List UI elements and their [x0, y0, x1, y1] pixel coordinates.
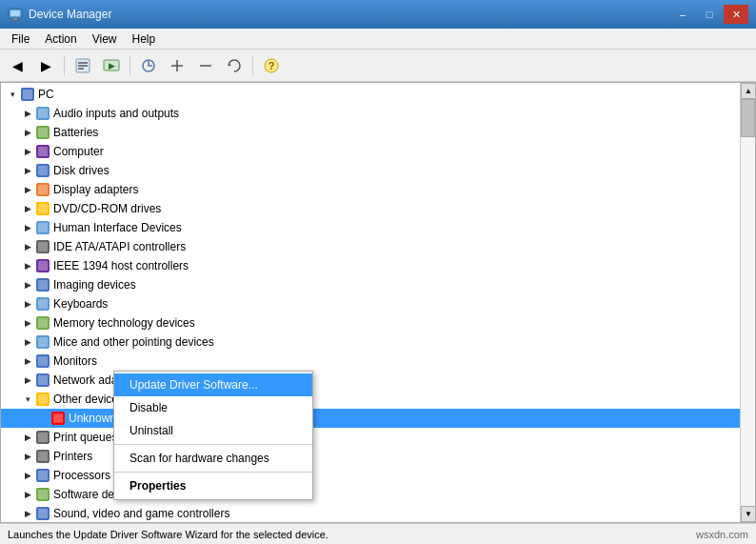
tree-item-batteries[interactable]: ▶Batteries [1, 123, 740, 142]
properties-icon [74, 57, 91, 74]
tree-item-unknown[interactable]: Unknown [1, 409, 740, 428]
context-menu-item-disable[interactable]: Disable [114, 396, 312, 419]
expander-pc[interactable]: ▾ [5, 87, 20, 102]
expander-imaging[interactable]: ▶ [20, 277, 35, 292]
icon-displayadapters [35, 182, 50, 197]
label-ide: IDE ATA/ATAPI controllers [53, 240, 186, 253]
expand-icon [169, 57, 186, 74]
icon-audio [35, 106, 50, 121]
icon-computer [35, 144, 50, 159]
title-bar: Device Manager – □ ✕ [0, 0, 756, 29]
expander-soundvideo[interactable]: ▶ [20, 506, 35, 521]
scroll-down-btn[interactable]: ▼ [741, 506, 756, 522]
tree-item-printqueues[interactable]: ▶Print queues [1, 428, 740, 447]
tree-item-ide[interactable]: ▶IDE ATA/ATAPI controllers [1, 237, 740, 256]
expander-hid[interactable]: ▶ [20, 220, 35, 235]
toolbar-sep-2 [129, 56, 130, 75]
tree-item-ieee[interactable]: ▶IEEE 1394 host controllers [1, 256, 740, 275]
tree-item-printers[interactable]: ▶Printers [1, 447, 740, 466]
toolbar-expand[interactable] [164, 53, 190, 78]
scroll-thumb[interactable] [741, 99, 755, 137]
toolbar-forward[interactable]: ▶ [32, 53, 59, 78]
tree-item-imaging[interactable]: ▶Imaging devices [1, 275, 740, 294]
tree-item-processors[interactable]: ▶Processors [1, 466, 740, 485]
tree-item-computer[interactable]: ▶Computer [1, 142, 740, 161]
maximize-button[interactable]: □ [697, 5, 722, 24]
expander-monitors[interactable]: ▶ [20, 353, 35, 369]
label-soundvideo: Sound, video and game controllers [53, 507, 229, 520]
toolbar-help[interactable]: ? [258, 53, 285, 78]
svg-rect-48 [38, 375, 48, 385]
expander-memory[interactable]: ▶ [20, 315, 35, 331]
tree-item-displayadapters[interactable]: ▶Display adapters [1, 180, 740, 199]
svg-rect-54 [38, 433, 48, 442]
scroll-track [741, 99, 755, 506]
context-menu-sep [114, 472, 312, 473]
expander-batteries[interactable]: ▶ [20, 125, 35, 140]
expander-diskdrives[interactable]: ▶ [20, 163, 35, 178]
tree-item-software[interactable]: ▶Software devices [1, 485, 740, 504]
expander-displayadapters[interactable]: ▶ [20, 182, 35, 197]
context-menu-item-update[interactable]: Update Driver Software... [114, 373, 312, 396]
icon-keyboards [35, 296, 50, 312]
tree-item-network[interactable]: ▶Network adapters [1, 371, 740, 390]
expander-software[interactable]: ▶ [20, 487, 35, 502]
tree-item-other[interactable]: ▾Other devices [1, 390, 740, 409]
expander-printqueues[interactable]: ▶ [20, 430, 35, 445]
tree-item-mice[interactable]: ▶Mice and other pointing devices [1, 332, 740, 352]
label-dvd: DVD/CD-ROM drives [53, 202, 161, 215]
expander-other[interactable]: ▾ [20, 392, 35, 407]
svg-rect-20 [38, 109, 48, 118]
expander-ieee[interactable]: ▶ [20, 258, 35, 273]
toolbar-back[interactable]: ◀ [4, 53, 30, 78]
expander-audio[interactable]: ▶ [20, 106, 35, 121]
expander-network[interactable]: ▶ [20, 373, 35, 388]
svg-rect-62 [38, 509, 48, 518]
tree-item-memory[interactable]: ▶Memory technology devices [1, 313, 740, 332]
icon-ide [35, 239, 50, 254]
tree-item-hid[interactable]: ▶Human Interface Devices [1, 218, 740, 237]
close-button[interactable]: ✕ [724, 5, 748, 24]
icon-pc [20, 87, 35, 102]
svg-rect-46 [38, 356, 48, 366]
menu-file[interactable]: File [4, 30, 37, 48]
toolbar-collapse[interactable] [192, 53, 219, 78]
menu-help[interactable]: Help [125, 30, 164, 48]
tree-item-keyboards[interactable]: ▶Keyboards [1, 294, 740, 313]
icon-batteries [35, 125, 50, 140]
tree-item-soundvideo[interactable]: ▶Sound, video and game controllers [1, 504, 740, 522]
label-diskdrives: Disk drives [53, 164, 109, 177]
expander-processors[interactable]: ▶ [20, 468, 35, 483]
context-menu-item-uninstall[interactable]: Uninstall [114, 419, 312, 442]
device-tree[interactable]: ▾PC▶Audio inputs and outputs▶Batteries▶C… [1, 83, 740, 522]
icon-dvd [35, 201, 50, 216]
window-title: Device Manager [29, 8, 111, 21]
expander-unknown[interactable] [35, 411, 50, 426]
help-icon: ? [263, 57, 280, 74]
scroll-up-btn[interactable]: ▲ [741, 83, 756, 99]
expander-mice[interactable]: ▶ [20, 334, 35, 350]
tree-item-dvd[interactable]: ▶DVD/CD-ROM drives [1, 199, 740, 218]
context-menu-item-properties[interactable]: Properties [114, 474, 312, 497]
toolbar-refresh[interactable] [221, 53, 248, 78]
tree-item-pc[interactable]: ▾PC [1, 85, 740, 104]
toolbar-properties[interactable] [70, 53, 96, 78]
menu-action[interactable]: Action [37, 30, 84, 48]
toolbar-update-driver[interactable]: ▶ [98, 53, 125, 78]
toolbar-scan[interactable] [135, 53, 162, 78]
tree-item-audio[interactable]: ▶Audio inputs and outputs [1, 104, 740, 123]
svg-text:?: ? [269, 60, 275, 71]
scrollbar[interactable]: ▲ ▼ [740, 83, 755, 522]
expander-ide[interactable]: ▶ [20, 239, 35, 254]
tree-item-monitors[interactable]: ▶Monitors [1, 352, 740, 371]
refresh-icon [226, 57, 243, 74]
expander-dvd[interactable]: ▶ [20, 201, 35, 216]
menu-view[interactable]: View [85, 30, 125, 48]
tree-item-diskdrives[interactable]: ▶Disk drives [1, 161, 740, 180]
expander-computer[interactable]: ▶ [20, 144, 35, 159]
app-icon [8, 7, 23, 22]
expander-keyboards[interactable]: ▶ [20, 296, 35, 312]
minimize-button[interactable]: – [670, 5, 695, 24]
expander-printers[interactable]: ▶ [20, 449, 35, 464]
context-menu-item-scan[interactable]: Scan for hardware changes [114, 447, 312, 470]
